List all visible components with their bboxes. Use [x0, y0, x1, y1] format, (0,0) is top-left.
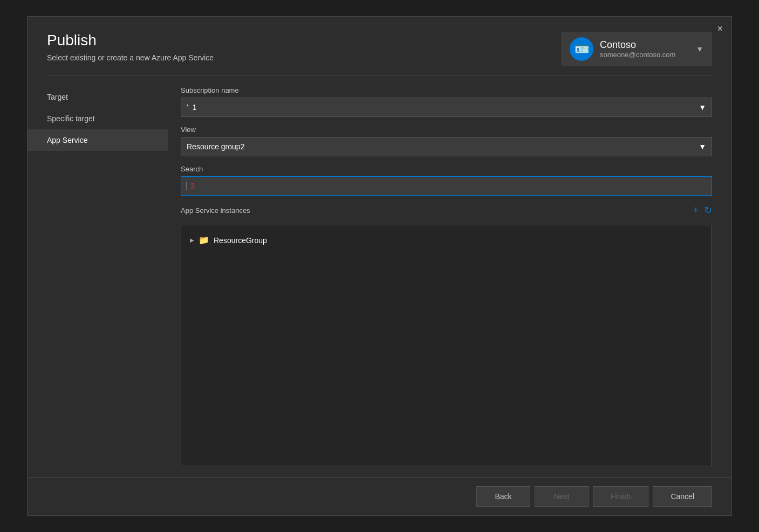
instances-actions: + ↻ [693, 204, 712, 216]
instances-header: App Service instances + ↻ [181, 204, 712, 216]
back-button[interactable]: Back [476, 486, 530, 507]
next-button[interactable]: Next [535, 486, 589, 507]
instances-label: App Service instances [181, 206, 250, 215]
chevron-down-icon: ▼ [699, 142, 706, 151]
dialog-title: Publish [47, 32, 214, 49]
sidebar-item-specific-target[interactable]: Specific target [28, 108, 168, 129]
header-left: Publish Select existing or create a new … [47, 32, 214, 62]
finish-button[interactable]: Finish [593, 486, 648, 507]
view-select[interactable]: Resource group 2 ▼ [181, 137, 712, 156]
view-label: View [181, 126, 712, 134]
subscription-label: Subscription name [181, 86, 712, 94]
view-number: 2 [241, 142, 245, 151]
search-label: Search [181, 165, 712, 173]
dialog-content: Target Specific target App Service Subsc… [28, 75, 731, 477]
account-email: someone@contoso.com [600, 51, 689, 59]
dialog-footer: Back Next Finish Cancel [28, 477, 731, 515]
chevron-down-icon: ▼ [699, 103, 706, 112]
view-field-group: View Resource group 2 ▼ [181, 126, 712, 156]
text-cursor [187, 182, 187, 190]
subscription-number: 1 [193, 103, 197, 112]
sidebar-item-app-service[interactable]: App Service [28, 129, 168, 151]
subscription-field-group: Subscription name ' 1 ▼ [181, 86, 712, 117]
tree-item-label: ResourceGroup [214, 236, 267, 245]
view-value: Resource group [187, 142, 241, 151]
add-instance-button[interactable]: + [693, 205, 699, 216]
avatar-icon: 🪪 [575, 42, 589, 56]
search-field-group: Search 3 [181, 165, 712, 196]
dialog-header: Publish Select existing or create a new … [28, 17, 731, 75]
search-input[interactable] [195, 182, 706, 190]
account-avatar: 🪪 [570, 37, 593, 61]
sidebar: Target Specific target App Service [28, 75, 168, 477]
instances-box: ▶ 📁 ResourceGroup [181, 225, 712, 466]
publish-dialog: × Publish Select existing or create a ne… [27, 16, 732, 516]
refresh-button[interactable]: ↻ [704, 204, 712, 216]
account-info: Contoso someone@contoso.com [600, 39, 689, 59]
sidebar-item-target[interactable]: Target [28, 86, 168, 108]
close-button[interactable]: × [717, 23, 723, 34]
account-name: Contoso [600, 39, 689, 51]
subscription-text: ' [187, 103, 188, 112]
search-input-wrapper[interactable]: 3 [181, 176, 712, 196]
subscription-select[interactable]: ' 1 ▼ [181, 98, 712, 117]
chevron-down-icon: ▼ [696, 45, 703, 53]
tree-expand-icon: ▶ [190, 237, 194, 243]
search-number: 3 [190, 182, 195, 190]
dialog-subtitle: Select existing or create a new Azure Ap… [47, 53, 214, 62]
tree-item-resourcegroup[interactable]: ▶ 📁 ResourceGroup [188, 232, 705, 248]
account-badge[interactable]: 🪪 Contoso someone@contoso.com ▼ [561, 32, 712, 66]
folder-icon: 📁 [199, 235, 209, 245]
main-panel: Subscription name ' 1 ▼ View Resource gr… [168, 75, 731, 477]
cancel-button[interactable]: Cancel [653, 486, 712, 507]
